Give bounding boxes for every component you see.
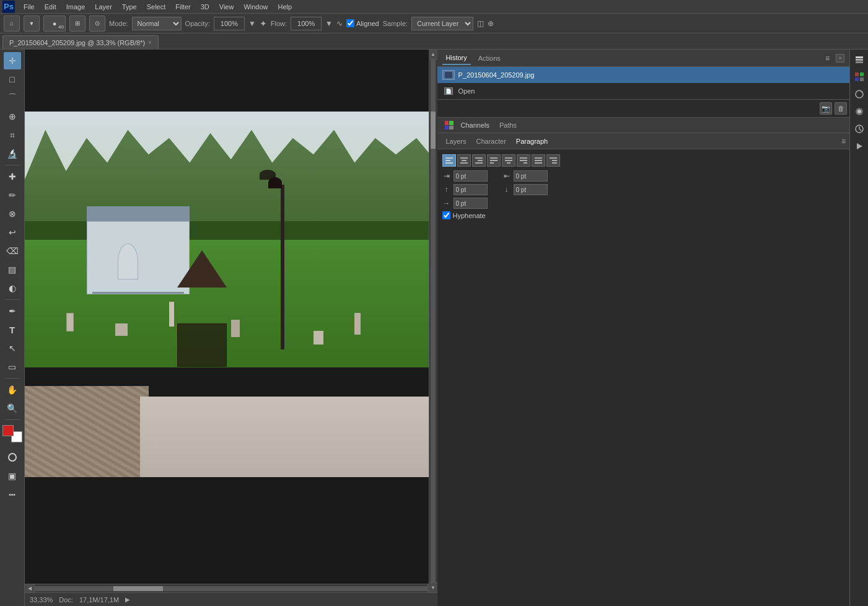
color-swatches[interactable] bbox=[2, 425, 22, 442]
mode-select[interactable]: Normal bbox=[132, 17, 182, 30]
tool-preset-picker[interactable]: ▼ bbox=[24, 15, 40, 32]
status-arrow[interactable]: ▶ bbox=[125, 596, 130, 603]
menu-layer[interactable]: Layer bbox=[90, 2, 117, 12]
align-right-button[interactable] bbox=[472, 154, 486, 167]
sample-all-layers-icon[interactable]: ◫ bbox=[477, 19, 484, 28]
scroll-left-btn[interactable]: ◀ bbox=[25, 584, 35, 593]
canvas-container[interactable] bbox=[25, 112, 437, 544]
scroll-track-v[interactable] bbox=[431, 59, 436, 582]
move-tool[interactable]: ✛ bbox=[4, 52, 21, 69]
history-tab[interactable]: History bbox=[442, 51, 471, 65]
scroll-thumb-v[interactable] bbox=[431, 112, 436, 149]
justify-last-left-button[interactable] bbox=[487, 154, 501, 167]
menu-window[interactable]: Window bbox=[239, 2, 273, 12]
foreground-color-swatch[interactable] bbox=[2, 425, 14, 436]
brush-mode-btn[interactable]: ⊞ bbox=[69, 15, 85, 32]
delete-state-button[interactable]: 🗑 bbox=[835, 102, 847, 115]
path-select-tool[interactable]: ↖ bbox=[4, 340, 21, 357]
menu-edit[interactable]: Edit bbox=[40, 2, 61, 12]
bottom-panel-menu[interactable]: ≡ bbox=[841, 137, 846, 146]
smoothing-icon[interactable]: ∿ bbox=[336, 19, 343, 28]
indent-right-input[interactable] bbox=[514, 170, 548, 182]
history-icon-btn[interactable] bbox=[852, 121, 867, 136]
align-left-button[interactable] bbox=[442, 154, 456, 167]
justify-last-center-button[interactable] bbox=[502, 154, 515, 167]
text-tool[interactable]: T bbox=[4, 321, 21, 338]
space-after-input[interactable] bbox=[514, 184, 548, 195]
actions-tab[interactable]: Actions bbox=[475, 52, 504, 64]
pen-tool[interactable]: ✒ bbox=[4, 302, 21, 320]
more-tools-btn[interactable]: ••• bbox=[4, 486, 21, 503]
horizontal-scrollbar[interactable]: ◀ ▶ bbox=[25, 584, 437, 592]
opacity-dropdown-icon[interactable]: ▼ bbox=[248, 19, 256, 28]
menu-file[interactable]: File bbox=[19, 2, 40, 12]
brush-picker-btn[interactable]: ● 40 bbox=[43, 15, 66, 32]
source-normal-btn[interactable]: ⊙ bbox=[89, 15, 105, 32]
tab-close-button[interactable]: × bbox=[148, 39, 152, 46]
hyphenate-label[interactable]: Hyphenate bbox=[453, 212, 486, 219]
clone-source-icon[interactable]: ⊕ bbox=[488, 19, 494, 28]
canvas-image[interactable] bbox=[25, 112, 437, 477]
history-brush-tool[interactable]: ↩ bbox=[4, 224, 21, 241]
paragraph-tab[interactable]: Paragraph bbox=[511, 135, 553, 147]
menu-filter[interactable]: Filter bbox=[170, 2, 195, 12]
hyphenate-checkbox[interactable] bbox=[442, 211, 450, 219]
align-right-justify-button[interactable] bbox=[546, 154, 560, 167]
dodge-tool[interactable]: ◐ bbox=[4, 279, 21, 297]
indent-left-input[interactable] bbox=[454, 170, 488, 182]
collapse-icon[interactable]: » bbox=[836, 54, 844, 63]
new-snapshot-button[interactable]: 📷 bbox=[820, 102, 832, 115]
vertical-scrollbar[interactable]: ▲ ▼ bbox=[429, 50, 437, 592]
space-before-input[interactable] bbox=[454, 184, 488, 195]
flow-input[interactable] bbox=[291, 17, 322, 30]
zoom-tool[interactable]: 🔍 bbox=[4, 400, 21, 417]
quick-select-tool[interactable]: ⊕ bbox=[4, 108, 21, 125]
channels-icon-btn[interactable] bbox=[852, 69, 867, 84]
hand-tool[interactable]: ✋ bbox=[4, 381, 21, 398]
gradient-tool[interactable]: ▤ bbox=[4, 261, 21, 278]
menu-help[interactable]: Help bbox=[273, 2, 297, 12]
styles-icon-btn[interactable] bbox=[852, 104, 867, 119]
justify-all-button[interactable] bbox=[532, 154, 545, 167]
layers-tab[interactable]: Layers bbox=[441, 135, 471, 147]
marquee-rect-tool[interactable]: □ bbox=[4, 71, 21, 88]
scroll-track-h[interactable] bbox=[35, 586, 427, 591]
menu-view[interactable]: View bbox=[214, 2, 239, 12]
adjustment-icon-btn[interactable] bbox=[852, 87, 867, 102]
aligned-checkbox-label[interactable]: Aligned bbox=[346, 19, 379, 27]
aligned-checkbox[interactable] bbox=[346, 19, 354, 27]
justify-last-right-button[interactable] bbox=[517, 154, 530, 167]
sample-select[interactable]: Current Layer bbox=[411, 17, 473, 30]
clone-stamp-tool[interactable]: ⊗ bbox=[4, 205, 21, 222]
crop-tool[interactable]: ⌗ bbox=[4, 126, 21, 144]
menu-select[interactable]: Select bbox=[142, 2, 171, 12]
healing-brush-tool[interactable]: ✚ bbox=[4, 168, 21, 185]
home-button[interactable]: ⌂ bbox=[4, 15, 20, 32]
menu-image[interactable]: Image bbox=[61, 2, 90, 12]
screen-mode-btn[interactable]: ▣ bbox=[4, 467, 21, 485]
menu-3d[interactable]: 3D bbox=[196, 2, 214, 12]
opacity-input[interactable] bbox=[214, 17, 245, 30]
lasso-tool[interactable]: ⌒ bbox=[4, 89, 21, 107]
shape-tool[interactable]: ▭ bbox=[4, 358, 21, 375]
history-item-file[interactable]: P_20150604_205209.jpg bbox=[437, 67, 850, 83]
history-item-open[interactable]: 📄 Open bbox=[437, 83, 850, 99]
history-panel-menu[interactable]: ≡ bbox=[825, 54, 830, 63]
airbrush-icon[interactable]: ✦ bbox=[260, 19, 267, 29]
character-tab[interactable]: Character bbox=[471, 135, 511, 147]
menu-type[interactable]: Type bbox=[117, 2, 142, 12]
layers-icon-btn[interactable] bbox=[852, 52, 867, 67]
eraser-tool[interactable]: ⌫ bbox=[4, 242, 21, 260]
align-center-button[interactable] bbox=[457, 154, 471, 167]
indent-first-input[interactable] bbox=[454, 198, 488, 209]
actions-icon-btn[interactable] bbox=[852, 139, 867, 154]
channels-icon[interactable] bbox=[442, 118, 456, 132]
scroll-down-btn[interactable]: ▼ bbox=[429, 582, 437, 592]
paths-label[interactable]: Paths bbox=[499, 121, 517, 129]
quick-mask-btn[interactable] bbox=[4, 449, 21, 466]
brush-tool[interactable]: ✏ bbox=[4, 187, 21, 204]
document-tab[interactable]: P_20150604_205209.jpg @ 33,3% (RGB/8*) × bbox=[2, 35, 159, 49]
flow-dropdown-icon[interactable]: ▼ bbox=[325, 19, 333, 28]
scroll-thumb-h[interactable] bbox=[113, 586, 163, 591]
eyedropper-tool[interactable]: 🔬 bbox=[4, 145, 21, 162]
